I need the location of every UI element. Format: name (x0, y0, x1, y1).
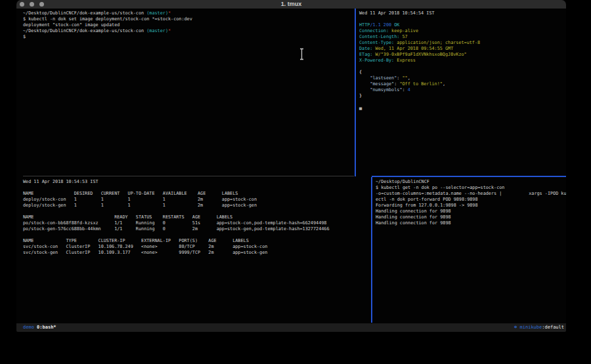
pane-bottom-right-port-forward[interactable]: ~/Desktop/DublinCNCF$ kubectl get -n dok… (372, 177, 566, 323)
terminal-line: svc/stock-con ClusterIP 10.106.78.249 <n… (23, 244, 370, 250)
close-button[interactable] (20, 2, 24, 7)
terminal-line: } (359, 93, 566, 99)
pane-divider-vertical-bottom-active[interactable] (371, 177, 372, 323)
terminal-line: X-Powered-By: Express (359, 58, 566, 64)
terminal-line: NAME TYPE CLUSTER-IP EXTERNAL-IP PORT(S)… (23, 238, 370, 244)
pane-bottom-left-kubectl-watch[interactable]: Wed 11 Apr 2018 10:54:53 ISTNAME DESIRED… (16, 177, 370, 323)
terminal-line: ectl -n dok port-forward POD 9898:9898 (376, 197, 566, 203)
terminal-line: Forwarding from 127.0.0.1:9898 -> 9898 (376, 203, 566, 209)
kube-context-status: ☸ minikube:default (514, 323, 564, 332)
tmux-status-bar: demo 0:bash* ☸ minikube:default (16, 323, 566, 332)
terminal-line (23, 185, 370, 191)
terminal-line: "lastseen": "", (359, 75, 566, 81)
terminal-line: NAME READY STATUS RESTARTS AGE LABELS (23, 214, 370, 220)
terminal-line (23, 232, 370, 238)
terminal-line: po/stock-gen-576cc688bb-44kmn 1/1 Runnin… (23, 226, 370, 232)
tmux-session: ~/Desktop/DublinCNCF/dok-example-us/stoc… (16, 9, 566, 323)
terminal-line: Wed 11 Apr 2018 10:54:53 IST (23, 179, 370, 185)
terminal-line: Date: Wed, 11 Apr 2018 09:54:55 GMT (359, 46, 566, 52)
terminal-line: svc/stock-gen ClusterIP 10.109.3.177 <no… (23, 250, 370, 256)
terminal-line: Connection: keep-alive (359, 28, 566, 34)
terminal-line: { (359, 70, 566, 75)
terminal-line: ~/Desktop/DublinCNCF/dok-example-us/stoc… (23, 28, 355, 34)
text-cursor-pointer (299, 48, 305, 60)
terminal-line: deployment "stock-con" image updated (23, 22, 355, 28)
terminal-line (359, 64, 566, 70)
terminal-line: $ kubectl get -n dok po --selector=app=s… (376, 185, 566, 191)
pane-divider-vertical-top[interactable] (355, 9, 356, 176)
zoom-button[interactable] (39, 2, 44, 7)
terminal-line: deploy/stock-gen 1 1 1 1 2m app=stock-ge… (23, 203, 370, 209)
terminal-line: deploy/stock-con 1 1 1 1 2m app=stock-co… (23, 197, 370, 203)
minimize-button[interactable] (30, 2, 34, 7)
pane-top-right-http-response[interactable]: Wed 11 Apr 2018 10:54:54 IST HTTP/1.1 20… (356, 9, 566, 176)
terminal-line (23, 209, 370, 214)
terminal-line: po/stock-con-bb68f88fd-kzsxz 1/1 Running… (23, 220, 370, 226)
terminal-line: Content-Length: 57 (359, 34, 566, 40)
terminal-line: Content-Type: application/json; charset=… (359, 40, 566, 46)
terminal-line: ~/Desktop/DublinCNCF (376, 179, 566, 185)
terminal-line: $ (23, 34, 355, 40)
terminal-line: -o=custom-columns=:metadata.name --no-he… (376, 191, 566, 197)
window-titlebar: 1. tmux (16, 0, 566, 9)
traffic-lights (20, 2, 44, 7)
pane-divider-horizontal-left[interactable] (23, 176, 354, 176)
terminal-window: 1. tmux ~/Desktop/DublinCNCF/dok-example… (16, 0, 566, 332)
terminal-line (359, 99, 566, 105)
terminal-line: ETag: W/"39-0xBPf9aF1dXVNkhsxoBQgJ8vKzo" (359, 52, 566, 58)
terminal-line: ▄ (359, 105, 566, 111)
terminal-line: ~/Desktop/DublinCNCF/dok-example-us/stoc… (23, 10, 355, 16)
terminal-line: "numsymbols": 4 (359, 87, 566, 93)
window-title: 1. tmux (16, 0, 566, 9)
terminal-line: NAME DESIRED CURRENT UP-TO-DATE AVAILABL… (23, 191, 370, 197)
terminal-line: Wed 11 Apr 2018 10:54:54 IST (359, 10, 566, 16)
terminal-line: $ kubectl -n dok set image deployment/st… (23, 16, 355, 22)
terminal-line: HTTP/1.1 200 OK (359, 22, 566, 28)
terminal-line: Handling connection for 9898 (376, 209, 566, 214)
tmux-session-window-label[interactable]: demo 0:bash* (23, 323, 56, 332)
terminal-line (359, 16, 566, 22)
terminal-line: Handling connection for 9898 (376, 220, 566, 226)
terminal-line: Handling connection for 9898 (376, 214, 566, 220)
pane-divider-horizontal-right-active[interactable] (372, 176, 566, 177)
terminal-line: ☸ minikube:default (514, 325, 564, 330)
terminal-line: "message": "Off to Berlin!", (359, 81, 566, 87)
pane-top-left-shell[interactable]: ~/Desktop/DublinCNCF/dok-example-us/stoc… (16, 9, 355, 176)
terminal-line: demo 0:bash* (23, 325, 56, 330)
